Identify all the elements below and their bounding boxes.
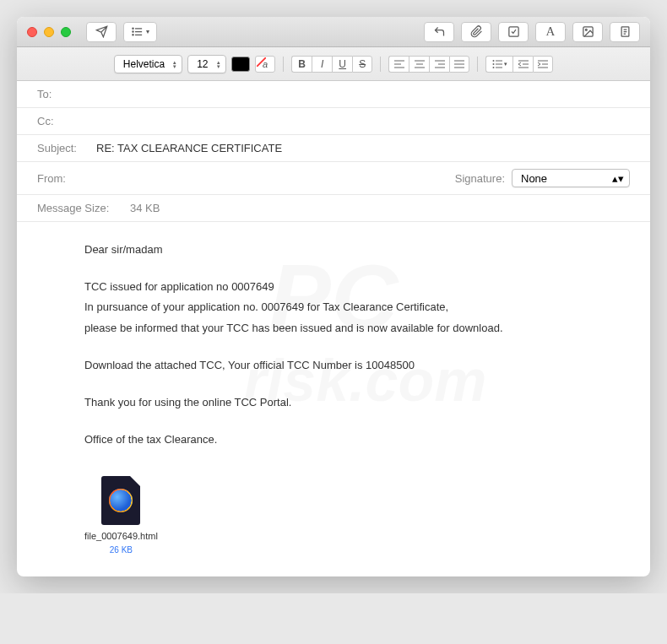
toolbar-left: ▾ [86,22,157,42]
font-size-value: 12 [197,58,208,70]
bold-icon: B [298,58,306,70]
chevron-down-icon: ▾ [146,28,149,35]
underline-icon: U [339,58,346,70]
attachment-file-icon [101,476,140,525]
close-button[interactable] [27,27,37,37]
to-row[interactable]: To: [17,81,650,108]
background-color-button[interactable]: a [255,56,275,73]
align-center-button[interactable] [409,56,429,73]
signature-value: None [521,172,547,185]
align-left-button[interactable] [388,56,409,73]
attach-button[interactable] [461,22,491,42]
align-justify-button[interactable] [449,56,469,73]
paper-plane-icon [95,25,108,38]
document-icon [619,25,632,38]
message-size-value: 34 KB [130,202,630,214]
align-center-icon [415,60,425,68]
divider [380,57,381,72]
body-line3: please be informed that your TCC has bee… [84,321,630,336]
font-size-dropdown[interactable]: 12 ▴▾ [187,55,226,73]
cc-row[interactable]: Cc: [17,108,650,135]
divider [283,57,284,72]
from-row: From: Signature: None ▴▾ [17,162,650,195]
svg-point-26 [492,60,494,62]
body-line1: TCC issued for application no 0007649 [84,279,630,295]
traffic-lights [27,27,71,37]
message-body[interactable]: Dear sir/madam TCC issued for applicatio… [17,222,650,576]
text-style-group: B I U S [291,56,372,73]
align-right-icon [435,60,445,68]
body-line4: Download the attached TCC, Your official… [84,358,630,373]
svg-point-3 [133,28,133,29]
font-family-value: Helvetica [123,58,165,70]
message-size-label: Message Size: [37,202,130,214]
list-icon [131,25,144,38]
stepper-icon: ▴▾ [173,60,176,68]
underline-button[interactable]: U [332,56,352,73]
strikethrough-button[interactable]: S [352,56,372,73]
message-size-row: Message Size: 34 KB [17,195,650,222]
italic-button[interactable]: I [312,56,332,73]
svg-point-4 [133,31,133,32]
cc-label: Cc: [37,115,122,127]
svg-line-13 [257,57,266,67]
body-line2: In pursuance of your application no. 000… [84,300,630,315]
italic-icon: I [321,58,323,70]
reply-icon [433,25,446,38]
header-fields-button[interactable]: ▾ [123,22,157,42]
outdent-button[interactable] [512,56,533,73]
markup-button[interactable] [498,22,529,42]
stepper-icon: ▴▾ [612,172,624,185]
signature-dropdown[interactable]: None ▴▾ [512,169,630,187]
emoji-button[interactable] [610,22,640,42]
list-indent-group: ▾ [485,56,553,73]
body-greeting: Dear sir/madam [84,242,630,257]
list-style-button[interactable]: ▾ [485,56,512,73]
reply-button[interactable] [424,22,454,42]
chevron-down-icon: ▾ [504,61,507,68]
attachment-size: 26 KB [110,544,133,556]
titlebar: ▾ A [17,17,650,47]
strike-red-icon [257,57,266,67]
format-a-icon: A [546,24,556,39]
send-button[interactable] [86,22,117,42]
body-line6: Office of the tax Clearance. [84,432,630,447]
stepper-icon: ▴▾ [217,60,220,68]
to-label: To: [37,88,122,100]
format-bar: Helvetica ▴▾ 12 ▴▾ a B I U S ▾ [17,47,650,81]
attachment[interactable]: file_0007649.html 26 KB [84,476,158,555]
align-justify-icon [454,60,464,68]
paperclip-icon [470,25,483,38]
divider [477,57,478,72]
compose-window: PC risk.com ▾ [17,17,650,576]
subject-value[interactable]: RE: TAX CLEARANCE CERTIFICATE [96,142,630,154]
subject-row[interactable]: Subject: RE: TAX CLEARANCE CERTIFICATE [17,135,650,162]
from-label: From: [37,172,122,185]
align-left-icon [394,60,404,68]
svg-point-30 [492,67,494,68]
svg-point-8 [585,29,587,30]
firefox-icon [109,489,133,512]
minimize-button[interactable] [44,27,54,37]
outdent-icon [518,60,529,68]
subject-label: Subject: [37,142,96,154]
bold-button[interactable]: B [291,56,312,73]
markup-icon [507,25,520,38]
signature-wrap: Signature: None ▴▾ [455,169,630,187]
align-right-button[interactable] [429,56,449,73]
signature-label: Signature: [455,172,505,185]
indent-button[interactable] [533,56,553,73]
bullet-list-icon [492,60,502,68]
photo-browser-button[interactable] [572,22,603,42]
text-color-swatch[interactable] [231,57,250,72]
svg-point-28 [492,63,494,65]
attachment-name: file_0007649.html [84,530,158,543]
strikethrough-icon: S [359,58,366,70]
format-button[interactable]: A [535,22,566,42]
font-family-dropdown[interactable]: Helvetica ▴▾ [114,55,182,73]
toolbar-right: A [424,22,640,42]
zoom-button[interactable] [61,27,71,37]
body-line5: Thank you for using the online TCC Porta… [84,395,630,410]
svg-point-5 [133,35,133,35]
indent-icon [538,60,548,68]
